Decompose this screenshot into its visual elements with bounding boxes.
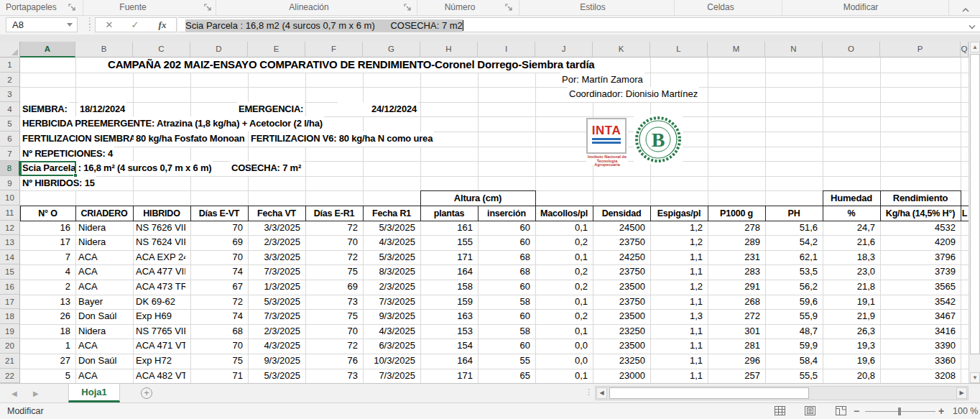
table-header-J[interactable]: Macollos/pl	[535, 206, 593, 221]
cell-r18-O[interactable]: 21,9	[824, 309, 875, 324]
row-header-8[interactable]: 8	[0, 161, 20, 176]
scroll-down-icon[interactable]: ▼	[970, 372, 980, 383]
cell-r16-B[interactable]: ACA	[77, 280, 128, 295]
cell-r21-P[interactable]: 3360	[882, 354, 956, 369]
table-header-L[interactable]: Espigas/pl	[650, 206, 708, 221]
row-header-10[interactable]: 10	[0, 190, 20, 206]
row-header-19[interactable]: 19	[0, 324, 20, 339]
cell-r13-P[interactable]: 4209	[882, 235, 956, 250]
cell-r22-A[interactable]: 5	[22, 369, 70, 383]
cell-r13-H[interactable]: 155	[422, 235, 473, 250]
select-all-corner[interactable]	[0, 42, 20, 57]
cell-r16-E[interactable]: 1/3/2025	[249, 280, 300, 295]
cell-r20-K[interactable]: 23500	[594, 339, 645, 354]
column-header-P[interactable]: P	[880, 42, 961, 57]
formula-bar-grip[interactable]: ⋮⋮	[85, 18, 93, 31]
table-group-header[interactable]: Humedad	[823, 190, 881, 206]
cell-r22-N[interactable]: 55,5	[767, 369, 818, 383]
cell-r13-A[interactable]: 17	[22, 235, 70, 250]
table-header-D[interactable]: Días E-VT	[190, 206, 249, 221]
cell-r21-G[interactable]: 10/3/2025	[364, 354, 415, 369]
row-header-13[interactable]: 13	[0, 235, 20, 250]
cell-r14-L[interactable]: 1,1	[652, 250, 703, 265]
scroll-left-icon[interactable]: ◀	[596, 387, 607, 399]
cell-r17-E[interactable]: 5/3/2025	[249, 295, 300, 310]
row-header-7[interactable]: 7	[0, 147, 20, 162]
cell-r22-F[interactable]: 73	[307, 369, 358, 383]
cell-r19-E[interactable]: 2/3/2025	[249, 324, 300, 339]
cell-r17-D[interactable]: 72	[192, 295, 243, 310]
cell-r15-G[interactable]: 8/3/2025	[364, 264, 415, 280]
cell-r15-J[interactable]: 0,2	[537, 264, 588, 280]
cell-r14-H[interactable]: 171	[422, 250, 473, 265]
cell-r19-A[interactable]: 18	[22, 324, 70, 339]
dialog-launcher-icon[interactable]	[204, 4, 212, 11]
formula-bar-expand-icon[interactable]	[969, 22, 975, 29]
cell-emergencia-label[interactable]: EMERGENCIA:	[237, 102, 305, 117]
cell-r15-H[interactable]: 164	[422, 264, 473, 280]
cell-r12-E[interactable]: 3/3/2025	[249, 221, 300, 236]
page-layout-view-icon[interactable]	[805, 406, 815, 418]
row-header-18[interactable]: 18	[0, 309, 20, 324]
column-header-K[interactable]: K	[593, 42, 650, 57]
cell-r13-O[interactable]: 21,6	[824, 235, 875, 250]
cell-r21-C[interactable]: Exp H72	[134, 354, 185, 369]
column-header-B[interactable]: B	[75, 42, 133, 57]
cell-r14-J[interactable]: 0,1	[537, 250, 588, 265]
cell-r20-O[interactable]: 19,3	[824, 339, 875, 354]
row-header-9[interactable]: 9	[0, 176, 20, 191]
formula-input[interactable]: Scia Parcela : 16,8 m2 (4 surcos 0,7 m x…	[178, 17, 980, 32]
column-header-N[interactable]: N	[765, 42, 823, 57]
cell-r21-H[interactable]: 164	[422, 354, 473, 369]
cell-r19-P[interactable]: 3416	[882, 324, 956, 339]
add-sheet-icon[interactable]: +	[141, 387, 152, 399]
table-header-M[interactable]: P1000 g	[708, 206, 766, 221]
cell-r20-I[interactable]: 60	[479, 339, 530, 354]
cell-siembra-label[interactable]: SIEMBRA:	[21, 102, 69, 117]
cell-siembra-fecha[interactable]: 18/12/2024	[78, 102, 126, 117]
cell-r17-P[interactable]: 3542	[882, 295, 956, 310]
name-box-dropdown-icon[interactable]	[67, 23, 73, 27]
cell-r15-L[interactable]: 1,1	[652, 264, 703, 280]
cell-r17-N[interactable]: 59,6	[767, 295, 818, 310]
cell-fertilizacion-v6[interactable]: FERTILIZACION V6: 80 kg/ha N como urea	[249, 132, 434, 147]
cell-r16-O[interactable]: 21,8	[824, 280, 875, 295]
cell-r22-E[interactable]: 5/3/2025	[249, 369, 300, 383]
sheet-grid[interactable]: CAMPAÑA 202 MAIZ-ENSAYO COMPARATIVO DE R…	[0, 42, 980, 383]
cell-r19-O[interactable]: 26,3	[824, 324, 875, 339]
cell-r13-J[interactable]: 0,2	[537, 235, 588, 250]
cell-r19-B[interactable]: Nidera	[77, 324, 128, 339]
row-header-6[interactable]: 6	[0, 132, 20, 147]
row-header-2[interactable]: 2	[0, 73, 20, 88]
cell-r13-G[interactable]: 4/3/2025	[364, 235, 415, 250]
zoom-slider-handle[interactable]	[898, 408, 901, 415]
cell-r21-F[interactable]: 76	[307, 354, 358, 369]
cell-r15-O[interactable]: 23,0	[824, 264, 875, 280]
cell-r18-L[interactable]: 1,3	[652, 309, 703, 324]
cell-r20-D[interactable]: 70	[192, 339, 243, 354]
cell-r14-B[interactable]: ACA	[77, 250, 128, 265]
cell-r12-F[interactable]: 72	[307, 221, 358, 236]
cell-r17-F[interactable]: 73	[307, 295, 358, 310]
row-header-21[interactable]: 21	[0, 354, 20, 369]
cell-r17-J[interactable]: 0,1	[537, 295, 588, 310]
cell-r17-L[interactable]: 1,1	[652, 295, 703, 310]
row-header-22[interactable]: 22	[0, 369, 20, 383]
cell-r19-F[interactable]: 70	[307, 324, 358, 339]
column-header-C[interactable]: C	[133, 42, 190, 57]
cell-r20-C[interactable]: ACA 471 VT3	[134, 339, 185, 354]
cell-r18-B[interactable]: Don Saúl	[77, 309, 128, 324]
cell-r19-G[interactable]: 4/3/2025	[364, 324, 415, 339]
cell-r15-E[interactable]: 7/3/2025	[249, 264, 300, 280]
cell-r14-M[interactable]: 231	[709, 250, 760, 265]
cell-r18-A[interactable]: 26	[22, 309, 70, 324]
cell-r20-M[interactable]: 281	[709, 339, 760, 354]
cell-r14-D[interactable]: 70	[192, 250, 243, 265]
cell-r21-D[interactable]: 75	[192, 354, 243, 369]
table-header-P[interactable]: Kg/ha (14,5% H°)	[880, 206, 961, 221]
table-group-header[interactable]: Altura (cm)	[420, 190, 536, 206]
cell-r14-G[interactable]: 5/3/2025	[364, 250, 415, 265]
cell-r16-G[interactable]: 2/3/2025	[364, 280, 415, 295]
cell-r14-K[interactable]: 24250	[594, 250, 645, 265]
table-group-header[interactable]: Rendimiento	[880, 190, 961, 206]
